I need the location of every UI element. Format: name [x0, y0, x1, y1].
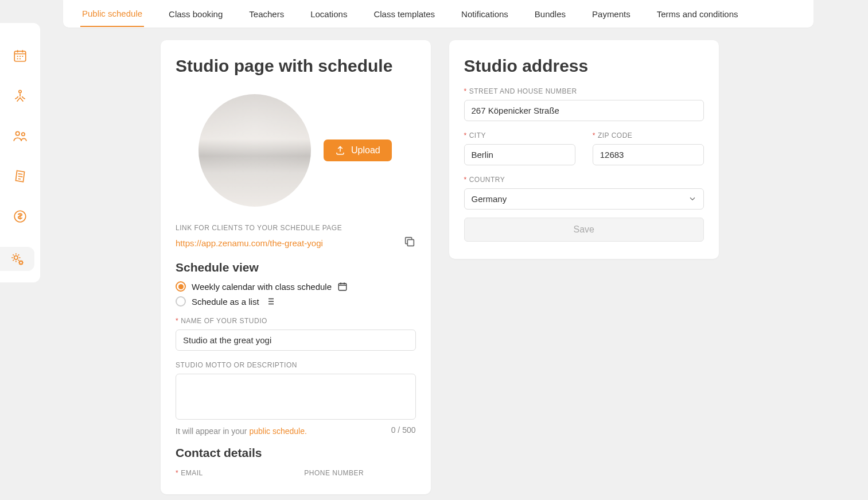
radio-weekly-label: Weekly calendar with class schedule [192, 282, 332, 292]
tab-terms[interactable]: Terms and conditions [655, 2, 740, 26]
svg-rect-8 [338, 284, 347, 290]
email-label: *EMAIL [176, 469, 287, 477]
svg-rect-7 [407, 239, 414, 246]
studio-address-title: Studio address [464, 56, 704, 76]
country-label: *COUNTRY [464, 176, 704, 184]
studio-name-label: *NAME OF YOUR STUDIO [176, 317, 416, 325]
country-select[interactable] [464, 188, 704, 210]
svg-point-6 [20, 261, 22, 264]
contact-details-heading: Contact details [176, 446, 416, 460]
list-icon [265, 296, 275, 307]
svg-point-3 [22, 133, 25, 135]
studio-page-title: Studio page with schedule [176, 56, 416, 76]
schedule-link[interactable]: https://app.zenamu.com/the-great-yogi [176, 238, 323, 248]
upload-button[interactable]: Upload [324, 139, 392, 161]
save-address-button[interactable]: Save [464, 218, 704, 242]
svg-point-1 [19, 90, 21, 92]
studio-page-card: Studio page with schedule Upload LINK FO… [161, 40, 431, 494]
upload-label: Upload [351, 145, 380, 156]
city-input[interactable] [464, 144, 575, 165]
tab-class-booking[interactable]: Class booking [167, 2, 224, 26]
schedule-link-label: LINK FOR CLIENTS TO YOUR SCHEDULE PAGE [176, 224, 416, 232]
svg-point-2 [15, 131, 20, 135]
radio-weekly-calendar[interactable]: Weekly calendar with class schedule [176, 281, 416, 292]
sidebar-settings-icon[interactable] [0, 247, 34, 271]
studio-address-card: Studio address *STREET AND HOUSE NUMBER … [449, 40, 719, 259]
tab-notifications[interactable]: Notifications [460, 2, 510, 26]
tab-public-schedule[interactable]: Public schedule [80, 1, 144, 27]
radio-list-label: Schedule as a list [192, 297, 259, 307]
motto-textarea[interactable] [176, 374, 416, 420]
zip-input[interactable] [593, 144, 704, 165]
sidebar-people-icon[interactable] [10, 126, 30, 146]
svg-point-5 [14, 256, 18, 260]
tab-locations[interactable]: Locations [309, 2, 349, 26]
radio-icon [176, 296, 186, 307]
upload-icon [335, 145, 345, 156]
tab-payments[interactable]: Payments [590, 2, 632, 26]
copy-link-icon[interactable] [403, 235, 416, 250]
zip-label: *ZIP CODE [593, 131, 704, 139]
sidebar-yoga-icon[interactable] [10, 86, 30, 106]
street-input[interactable] [464, 100, 704, 121]
settings-tabs: Public schedule Class booking Teachers L… [63, 0, 813, 28]
public-schedule-link[interactable]: public schedule. [249, 427, 306, 436]
radio-list[interactable]: Schedule as a list [176, 296, 416, 307]
city-label: *CITY [464, 131, 575, 139]
schedule-view-heading: Schedule view [176, 261, 416, 274]
street-label: *STREET AND HOUSE NUMBER [464, 87, 704, 95]
sidebar [0, 23, 40, 282]
motto-label: STUDIO MOTTO OR DESCRIPTION [176, 361, 416, 369]
studio-name-input[interactable] [176, 330, 416, 351]
tab-teachers[interactable]: Teachers [247, 2, 286, 26]
tab-bundles[interactable]: Bundles [533, 2, 567, 26]
tab-class-templates[interactable]: Class templates [372, 2, 437, 26]
calendar-icon [337, 281, 348, 292]
radio-icon [176, 281, 186, 292]
phone-label: PHONE NUMBER [304, 469, 415, 477]
studio-avatar [198, 94, 311, 207]
sidebar-money-icon[interactable] [10, 207, 30, 226]
sidebar-invoice-icon[interactable] [10, 166, 30, 186]
main-content: Studio page with schedule Upload LINK FO… [161, 40, 719, 494]
motto-helper: It will appear in your public schedule. [176, 427, 416, 436]
sidebar-calendar-icon[interactable] [10, 46, 30, 65]
